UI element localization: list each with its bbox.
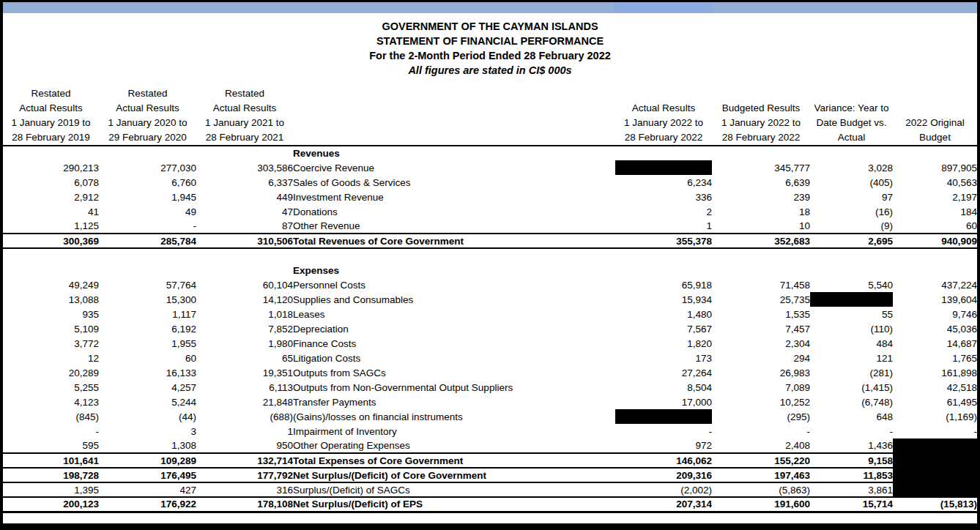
total-row: 101,641109,289132,714Total Expenses of C…: [3, 453, 977, 468]
value-cell: 41: [3, 204, 99, 219]
column-header-line: Date Budget vs.: [810, 116, 893, 130]
value-cell: 4,257: [99, 380, 196, 395]
row-label: Net Surplus/(Deficit) of EPS: [293, 497, 615, 512]
value-cell: -: [615, 424, 712, 438]
value-cell: [3, 248, 99, 263]
table-row: 3,7721,9551,980Finance Costs1,8202,30448…: [3, 336, 977, 351]
value-cell: [99, 263, 196, 277]
value-cell: 121: [810, 351, 893, 365]
value-cell: [3, 146, 99, 160]
value-cell: 146,062: [615, 453, 712, 468]
value-cell: 2: [615, 204, 712, 219]
value-cell: [99, 146, 196, 160]
column-header-line: 1 January 2019 to: [3, 116, 99, 130]
financial-statement-table: RestatedActual Results1 January 2019 to2…: [3, 86, 977, 513]
column-header: RestatedActual Results1 January 2019 to2…: [3, 86, 99, 146]
value-cell: 17,000: [615, 395, 712, 409]
value-cell: 7,089: [712, 380, 810, 395]
value-cell: 2,408: [712, 438, 810, 453]
value-cell: 12: [3, 351, 99, 365]
value-cell: 1,980: [196, 336, 293, 351]
table-row: 6,0786,7606,337Sales of Goods & Services…: [3, 175, 977, 190]
value-cell: (688): [196, 409, 293, 424]
row-label: Other Revenue: [293, 219, 615, 234]
grand-total-row: 200,123176,922178,108Net Surplus/(Defici…: [3, 497, 977, 512]
value-cell: 1,480: [615, 307, 712, 321]
value-cell: 161,898: [893, 365, 977, 380]
column-header-line: Restated: [3, 86, 99, 101]
value-cell: 60,104: [196, 277, 293, 292]
column-header-line: 1 January 2022 to: [615, 116, 712, 130]
value-cell: 1: [196, 424, 293, 438]
value-cell: 2,197: [893, 190, 977, 204]
column-header-line: Actual Results: [196, 101, 293, 116]
table-row: 414947Donations218(16)184: [3, 204, 977, 219]
value-cell: 303,586: [196, 160, 293, 175]
table-row: 13,08815,30014,120Supplies and Consumabl…: [3, 292, 977, 307]
value-cell: (281): [810, 365, 893, 380]
value-cell: 6,113: [196, 380, 293, 395]
value-cell: 2,304: [712, 336, 810, 351]
column-header-line: Budget: [893, 130, 977, 145]
value-cell: 65: [196, 351, 293, 365]
row-label: Other Operating Expenses: [293, 438, 615, 453]
row-label: Leases: [293, 307, 615, 321]
value-cell: 209,316: [615, 468, 712, 482]
value-cell: 427: [99, 482, 196, 497]
row-label: Impairment of Inventory: [293, 424, 615, 438]
bottom-border-bar: [3, 523, 977, 530]
value-cell: 87: [196, 219, 293, 234]
column-header-line: Actual Results: [99, 101, 196, 116]
table-row: 20,28916,13319,351Outputs from SAGCs27,2…: [3, 365, 977, 380]
value-cell: 5,244: [99, 395, 196, 409]
value-cell: [712, 248, 810, 263]
column-headers: RestatedActual Results1 January 2019 to2…: [3, 86, 977, 146]
value-cell: [99, 248, 196, 263]
value-cell: 197,463: [712, 468, 810, 482]
table-row: 49,24957,76460,104Personnel Costs65,9187…: [3, 277, 977, 292]
column-header-line: 1 January 2020 to: [99, 116, 196, 130]
value-cell: 355,378: [615, 234, 712, 248]
value-cell: 101,641: [3, 453, 99, 468]
value-cell: 55: [810, 307, 893, 321]
top-bar-highlight-segment: [614, 2, 713, 13]
table-row: -31Impairment of Inventory----: [3, 424, 977, 438]
value-cell: 345,777: [712, 160, 810, 175]
row-label: Net Surplus/(Deficit) of Core Government: [293, 468, 615, 482]
value-cell: 7,852: [196, 321, 293, 336]
value-cell: 1,820: [615, 336, 712, 351]
value-cell: [615, 263, 712, 277]
report-title-block: GOVERNMENT OF THE CAYMAN ISLANDS STATEME…: [3, 13, 977, 86]
value-cell: 173: [615, 351, 712, 365]
value-cell: (5,863): [712, 482, 810, 497]
value-cell: 1,018: [196, 307, 293, 321]
row-label: Depreciation: [293, 321, 615, 336]
table-row: 1,125-87Other Revenue110(9)60: [3, 219, 977, 234]
row-label: Personnel Costs: [293, 277, 615, 292]
value-cell: 176,495: [99, 468, 196, 482]
column-header-line: Variance: Year to: [810, 101, 893, 116]
table-row: 1,395427316Surplus/(Deficit) of SAGCs(2,…: [3, 482, 977, 497]
redacted-cell: [893, 438, 977, 453]
value-cell: 132,714: [196, 453, 293, 468]
value-cell: 6,192: [99, 321, 196, 336]
value-cell: 2,695: [810, 234, 893, 248]
value-cell: (1,415): [810, 380, 893, 395]
value-cell: (6,748): [810, 395, 893, 409]
value-cell: -: [712, 424, 810, 438]
value-cell: 207,314: [615, 497, 712, 512]
report-title: GOVERNMENT OF THE CAYMAN ISLANDS: [3, 19, 977, 34]
value-cell: 7,457: [712, 321, 810, 336]
value-cell: (405): [810, 175, 893, 190]
value-cell: 10: [712, 219, 810, 234]
spacer-row: [3, 248, 977, 263]
column-header-line: Restated: [99, 86, 196, 101]
table-row: 5,2554,2576,113Outputs from Non-Governme…: [3, 380, 977, 395]
table-row: 5951,308950Other Operating Expenses9722,…: [3, 438, 977, 453]
row-label: Revenues: [293, 146, 615, 160]
value-cell: (110): [810, 321, 893, 336]
row-label: Expenses: [293, 263, 615, 277]
value-cell: 8,504: [615, 380, 712, 395]
value-cell: 1,945: [99, 190, 196, 204]
value-cell: 25,735: [712, 292, 810, 307]
